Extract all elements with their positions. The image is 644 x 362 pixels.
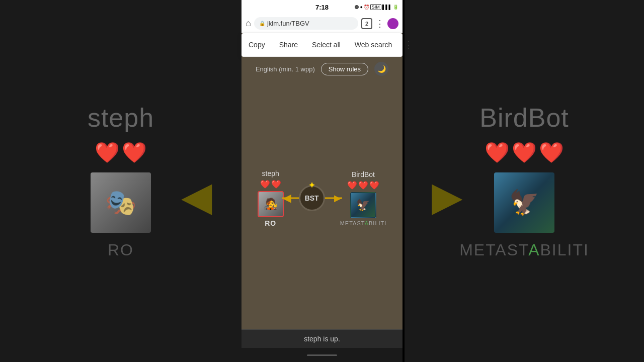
moon-icon[interactable]: 🌙 [374, 62, 388, 76]
nav-bar [242, 348, 403, 362]
tab-count[interactable]: 2 [361, 18, 372, 29]
bg-arrow-left: ◀ [181, 173, 212, 220]
bg-right-avatar: 🦅 [494, 172, 554, 233]
bg-right-subtitle: METASTABILITI [459, 241, 589, 259]
show-rules-button[interactable]: Show rules [321, 63, 368, 75]
player1-label: RO [265, 219, 276, 227]
status-bar: 7:18 ● ⏰ SIM ▌▌▌ 🔋 [242, 0, 403, 14]
context-menu-more-dots[interactable]: ⋮ [399, 35, 418, 54]
player2-hearts: ❤️ ❤️ ❤️ [347, 180, 379, 190]
battle-area: steph ❤️ ❤️ 🧑‍🎤 RO ◀ [258, 169, 387, 227]
status-bottom: steph is up. [242, 329, 403, 348]
player2-avatar: 🦅 [350, 192, 376, 218]
status-time: 7:18 [315, 4, 329, 11]
battle-node-container: ◀ ▶ ✦ BST [282, 185, 342, 211]
browser-bar: ⌂ 🔒 jklm.fun/TBGV 2 ⋮ [242, 14, 403, 33]
bg-left-name: steph [88, 103, 154, 133]
context-menu: Copy Share Select all Web search ⋮ [242, 33, 403, 57]
bst-label: BST [305, 194, 319, 202]
player1-hearts: ❤️ ❤️ [260, 179, 281, 189]
web-search-menu-item[interactable]: Web search [348, 37, 399, 53]
copy-menu-item[interactable]: Copy [242, 37, 272, 53]
player2-label: METASTABILITI [340, 220, 387, 226]
url-text[interactable]: jklm.fun/TBGV [267, 20, 309, 27]
battle-node: ✦ BST [299, 185, 325, 211]
language-text: English (min. 1 wpp) [256, 65, 315, 73]
bg-left-hearts: ❤️ ❤️ [95, 141, 147, 164]
status-text: steph is up. [304, 335, 340, 343]
status-circle [355, 5, 359, 9]
player1-name: steph [262, 169, 279, 177]
bg-arrow-right: ▶ [432, 173, 463, 220]
player1-avatar: 🧑‍🎤 [258, 191, 284, 217]
battle-arrow-right: ▶ [334, 193, 341, 204]
star-badge: ✦ [308, 180, 315, 190]
browser-menu-dots[interactable]: ⋮ [375, 18, 384, 29]
bg-left-avatar: 🎭 [91, 172, 151, 233]
profile-dot[interactable] [387, 18, 398, 29]
share-menu-item[interactable]: Share [272, 37, 305, 53]
player2-name: BirdBot [352, 170, 375, 178]
game-content: English (min. 1 wpp) Show rules 🌙 steph … [242, 57, 403, 329]
language-bar: English (min. 1 wpp) Show rules 🌙 [242, 62, 403, 76]
battle-arrow-left: ◀ [283, 192, 291, 205]
url-bar[interactable]: 🔒 jklm.fun/TBGV [254, 17, 358, 30]
home-icon[interactable]: ⌂ [246, 18, 251, 29]
player2: BirdBot ❤️ ❤️ ❤️ 🦅 METASTABILITI [340, 170, 387, 226]
nav-bar-line [307, 354, 337, 356]
player1: steph ❤️ ❤️ 🧑‍🎤 RO [258, 169, 284, 227]
bg-right-name: BirdBot [479, 103, 569, 133]
lock-icon: 🔒 [259, 21, 265, 26]
game-area: English (min. 1 wpp) Show rules 🌙 steph … [242, 57, 403, 362]
status-icons: ● ⏰ SIM ▌▌▌ 🔋 [355, 4, 398, 10]
phone-container: 7:18 ● ⏰ SIM ▌▌▌ 🔋 ⌂ 🔒 jklm.fun/TBGV 2 ⋮… [242, 0, 403, 362]
bg-left-subtitle: RO [108, 241, 134, 259]
bg-right-hearts: ❤️ ❤️ ❤️ [485, 141, 564, 164]
select-all-menu-item[interactable]: Select all [305, 37, 348, 53]
